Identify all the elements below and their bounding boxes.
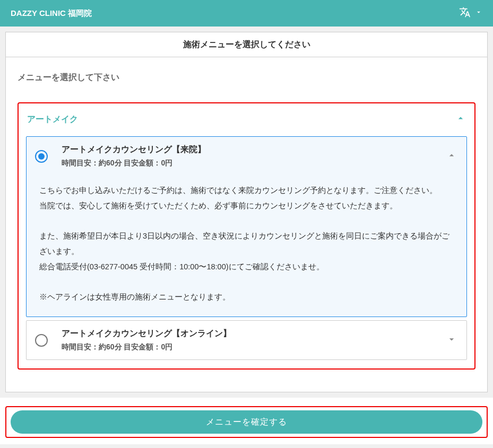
- highlight-box-footer: メニューを確定する: [5, 406, 488, 438]
- highlight-box-category: アートメイク アートメイクカウンセリング【来院】 時間目安：約60分 目安金額：…: [18, 102, 475, 370]
- option-row-online[interactable]: アートメイクカウンセリング【オンライン】 時間目安：約60分 目安金額：0円: [27, 321, 466, 359]
- chevron-down-icon: [446, 334, 457, 347]
- radio-selected-icon[interactable]: [35, 150, 48, 163]
- chevron-up-icon: [455, 113, 466, 126]
- detail-line: 当院では、安心して施術を受けていただくため、必ず事前にカウンセリングをさせていた…: [39, 198, 454, 214]
- instruction-bar: 施術メニューを選択してください: [5, 32, 488, 57]
- detail-line: こちらでお申し込みいただけるご予約は、施術ではなく来院カウンセリング予約となりま…: [39, 183, 454, 198]
- menu-option-visit: アートメイクカウンセリング【来院】 時間目安：約60分 目安金額：0円 こちらで…: [26, 136, 467, 317]
- confirm-menu-button[interactable]: メニューを確定する: [11, 410, 482, 434]
- app-header: DAZZY CLINIC 福岡院: [0, 0, 493, 27]
- option-text-block: アートメイクカウンセリング【来院】 時間目安：約60分 目安金額：0円: [62, 144, 446, 168]
- option-title: アートメイクカウンセリング【オンライン】: [62, 328, 446, 339]
- option-title: アートメイクカウンセリング【来院】: [62, 144, 446, 155]
- option-detail: こちらでお申し込みいただけるご予約は、施術ではなく来院カウンセリング予約となりま…: [27, 183, 466, 317]
- detail-line: また、施術希望日が本日より3日以内の場合、空き状況によりカウンセリングと施術を同…: [39, 229, 454, 259]
- category-title: アートメイク: [27, 114, 78, 125]
- detail-line: 総合電話受付(03-6277-0045 受付時間：10:00〜18:00)にてご…: [39, 259, 454, 275]
- category-header[interactable]: アートメイク: [25, 110, 468, 133]
- footer-bar: メニューを確定する: [0, 398, 493, 444]
- instruction-text: 施術メニューを選択してください: [183, 39, 310, 50]
- option-subtitle: 時間目安：約60分 目安金額：0円: [62, 159, 446, 168]
- clinic-title: DAZZY CLINIC 福岡院: [11, 8, 92, 19]
- chevron-up-icon: [446, 150, 457, 163]
- language-switcher[interactable]: [459, 6, 482, 20]
- option-row-visit[interactable]: アートメイクカウンセリング【来院】 時間目安：約60分 目安金額：0円: [27, 137, 466, 175]
- chevron-down-icon: [475, 8, 482, 18]
- menu-option-online: アートメイクカウンセリング【オンライン】 時間目安：約60分 目安金額：0円: [26, 320, 467, 360]
- option-text-block: アートメイクカウンセリング【オンライン】 時間目安：約60分 目安金額：0円: [62, 328, 446, 352]
- section-label: メニューを選択して下さい: [18, 72, 475, 83]
- detail-line: ※ヘアラインは女性専用の施術メニューとなります。: [39, 289, 454, 305]
- main-panel: メニューを選択して下さい アートメイク アートメイクカウンセリング【来院】 時間…: [5, 57, 488, 392]
- body-area: 施術メニューを選択してください メニューを選択して下さい アートメイク アートメ…: [0, 32, 493, 392]
- option-subtitle: 時間目安：約60分 目安金額：0円: [62, 342, 446, 352]
- radio-unselected-icon[interactable]: [35, 334, 48, 347]
- translate-icon: [459, 6, 471, 20]
